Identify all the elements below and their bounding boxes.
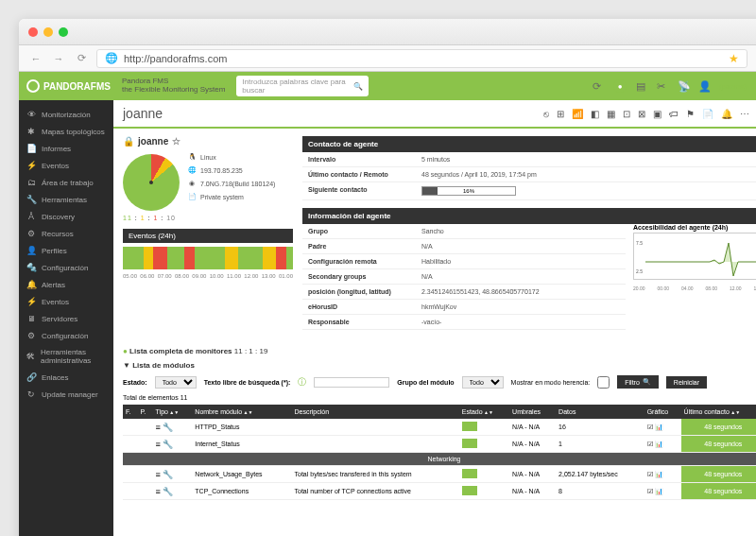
networking-header: Networking (123, 453, 756, 466)
estado-label: Estado: (123, 379, 147, 386)
logo[interactable]: PANDORAFMS (26, 79, 111, 93)
lock-icon: 🔒 (123, 136, 134, 147)
hdr-icon-more[interactable]: ⋯ (740, 109, 749, 119)
sidebar-item-4[interactable]: 🗂Área de trabajo (19, 174, 113, 191)
agent-pie-wrap: 11 : 1 : 1 : 10 (123, 150, 180, 221)
sidebar-item-3[interactable]: ⚡Eventos (19, 157, 113, 174)
search-input[interactable]: Introduzca palabras clave para buscar 🔍 (236, 76, 369, 96)
sidebar-item-16[interactable]: ↻Update manager (19, 386, 113, 403)
agentinfo-row-5: eHorusIDhkmWujKov (302, 300, 626, 315)
back-button[interactable]: ← (28, 53, 43, 64)
search-label: Texto libre de búsqueda (*): (204, 379, 291, 386)
sidebar-item-14[interactable]: 🛠Herramientas administrativas (19, 344, 113, 369)
col-nombre[interactable]: Nombre módulo (192, 405, 291, 419)
hdr-icon-doc[interactable]: 📄 (702, 109, 713, 119)
hdr-icon-bell[interactable]: 🔔 (721, 109, 732, 119)
side-icon: 🔔 (26, 280, 36, 289)
side-icon: 🖥 (26, 314, 36, 323)
agentinfo-head: Información del agente (302, 208, 756, 224)
hdr-icon-2[interactable]: ⊞ (557, 109, 564, 119)
star-icon[interactable]: ☆ (172, 136, 180, 147)
side-label: Discovery (42, 213, 75, 221)
table-row[interactable]: ≡ 🔧HTTPD_StatusN/A - N/A16☑ 📊48 segundos (123, 419, 756, 436)
db-icon[interactable]: ▤ (636, 80, 647, 92)
top-icons: ⟳ ● ▤ ✂ 📡 👤 (jsirena) ⎋ (593, 79, 756, 93)
agent-counters: 11 : 1 : 1 : 10 (123, 215, 180, 221)
sidebar-item-5[interactable]: 🔧Herramientas (19, 191, 113, 208)
hdr-icon-1[interactable]: ⎋ (543, 109, 549, 119)
sidebar-item-11[interactable]: ⚡Eventos (19, 293, 113, 310)
filter-button[interactable]: Filtro 🔍 (617, 375, 659, 389)
hdr-icon-7[interactable]: ▣ (653, 109, 662, 119)
agentinfo-row-3: Secondary groupsN/A (302, 269, 626, 285)
hdr-icon-tag[interactable]: 🏷 (669, 109, 679, 119)
inherit-checkbox[interactable] (597, 376, 610, 389)
estado-select[interactable]: Todo (155, 376, 197, 389)
side-label: Perfiles (42, 247, 67, 255)
col-estado[interactable]: Estado (459, 405, 509, 419)
hdr-icon-6[interactable]: ⊠ (638, 109, 645, 119)
hdr-icon-5[interactable]: ⊡ (623, 109, 630, 119)
group-select[interactable]: Todo (462, 376, 504, 389)
side-icon: ⚡ (26, 161, 36, 170)
sidebar-item-13[interactable]: ⚙Configuración (19, 327, 113, 344)
events24-head: Eventos (24h) (123, 229, 293, 243)
side-icon: 👁 (26, 110, 36, 119)
sidebar-item-0[interactable]: 👁Monitorización (19, 106, 113, 123)
status-icon[interactable]: ● (613, 79, 627, 93)
sidebar-item-15[interactable]: 🔗Enlaces (19, 369, 113, 386)
side-label: Servidores (42, 315, 77, 323)
url-bar[interactable]: 🌐 http://pandorafms.com ★ (96, 49, 747, 68)
side-icon: 🔩 (26, 263, 36, 272)
minimize-dot[interactable] (43, 27, 53, 37)
reset-button[interactable]: Reiniciar (666, 376, 707, 389)
col-tipo[interactable]: Tipo (153, 405, 193, 419)
browser-titlebar (19, 19, 756, 45)
forward-button[interactable]: → (51, 53, 66, 64)
agent-info-block: GrupoSanchoPadreN/AConfiguración remotaH… (302, 224, 756, 330)
tools-icon[interactable]: ✂ (657, 80, 668, 92)
side-label: Informes (42, 145, 71, 153)
hdr-icon-flag[interactable]: ⚑ (686, 109, 695, 119)
reload-button[interactable]: ⟳ (74, 52, 89, 64)
brand-text: PANDORAFMS (43, 81, 111, 92)
side-label: Alertas (42, 281, 65, 289)
sidebar-item-7[interactable]: ⚙Recursos (19, 225, 113, 242)
side-label: Configuración (42, 332, 88, 340)
side-icon: 👤 (26, 246, 36, 255)
user-icon[interactable]: 👤 (698, 80, 710, 92)
bookmark-icon[interactable]: ★ (729, 52, 739, 65)
sidebar-item-1[interactable]: ✱Mapas topológicos (19, 123, 113, 140)
hdr-icon-4[interactable]: ▦ (607, 109, 615, 119)
close-dot[interactable] (28, 27, 38, 37)
table-row[interactable]: ≡ 🔧TCP_ConnectionsTotal number of TCP co… (123, 483, 756, 500)
maximize-dot[interactable] (59, 27, 68, 37)
side-icon: ✱ (26, 127, 36, 136)
doc-icon: 📄 (187, 193, 197, 200)
hdr-icon-3[interactable]: ◧ (591, 109, 599, 119)
sidebar-item-2[interactable]: 📄Informes (19, 140, 113, 157)
content-top: 🔒 joanne ☆ 11 : 1 : 1 : 10 (113, 129, 756, 337)
sidebar-item-10[interactable]: 🔔Alertas (19, 276, 113, 293)
side-label: Update manager (42, 390, 98, 399)
side-label: Recursos (42, 230, 74, 238)
table-row[interactable]: ≡ 🔧Network_Usage_BytesTotal bytes/sec tr… (123, 466, 756, 483)
col-contacto[interactable]: Último contacto (681, 405, 756, 419)
net-icon[interactable]: 📡 (678, 80, 689, 92)
search-text-input[interactable] (314, 377, 389, 388)
left-column: 🔒 joanne ☆ 11 : 1 : 1 : 10 (123, 136, 293, 330)
hdr-icon-wifi[interactable]: 📶 (572, 109, 583, 119)
info-icon[interactable]: ⓘ (298, 376, 306, 389)
sidebar-item-8[interactable]: 👤Perfiles (19, 242, 113, 259)
sidebar-item-6[interactable]: ÅDiscovery (19, 208, 113, 225)
list-head[interactable]: ▼ Lista de módulos (123, 361, 756, 370)
side-label: Eventos (42, 298, 69, 306)
side-label: Configuración (42, 264, 88, 272)
sidebar-item-9[interactable]: 🔩Configuración (19, 259, 113, 276)
user-link[interactable]: (jsirena) (719, 82, 747, 91)
table-row[interactable]: ≡ 🔧Internet_StatusN/A - N/A1☑ 📊48 segund… (123, 436, 756, 453)
sidebar-item-12[interactable]: 🖥Servidores (19, 310, 113, 327)
modules-table: F. P. Tipo Nombre módulo Descripción Est… (123, 405, 756, 500)
refresh-icon[interactable]: ⟳ (593, 80, 604, 92)
globe-icon: 🌐 (105, 52, 118, 64)
